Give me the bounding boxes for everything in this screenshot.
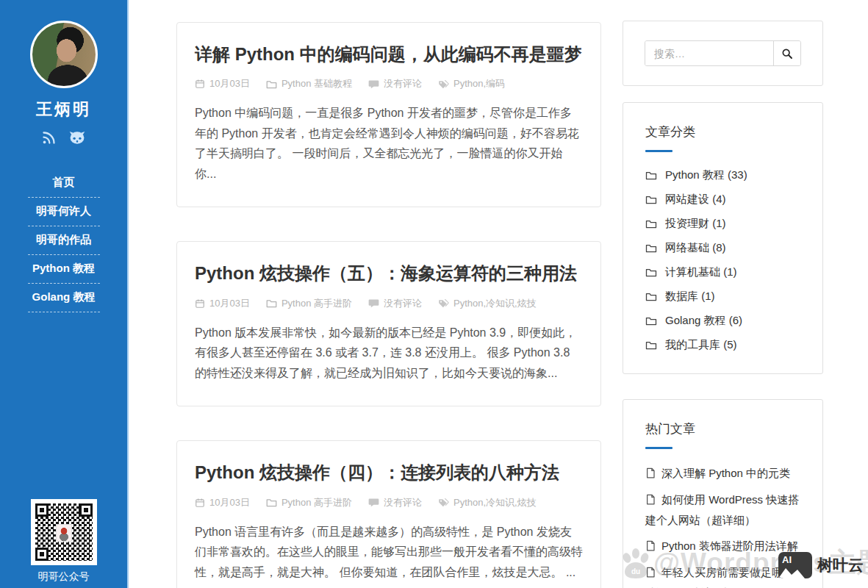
post-excerpt: Python 中编码问题，一直是很多 Python 开发者的噩梦，尽管你是工作多…: [195, 103, 583, 184]
folder-icon: [645, 316, 657, 326]
hot-posts-title: 热门文章: [645, 420, 800, 437]
post-meta: 10月03日 Python 高手进阶 没有评论 Python,冷知识,炫技: [195, 496, 583, 509]
categories-widget: 文章分类 Python 教程 (33) 网站建设 (4) 投资理财 (1) 网络…: [623, 102, 823, 374]
post-tags[interactable]: Python,编码: [438, 77, 505, 90]
document-icon: [645, 567, 656, 578]
post-excerpt: Python 版本发展非常快，如今最新的版本已经是 Pyhton 3.9，即便如…: [195, 323, 583, 384]
qr-caption: 明哥公众号: [0, 570, 127, 584]
post-category[interactable]: Python 高手进阶: [266, 496, 352, 509]
folder-icon: [645, 340, 657, 350]
folder-icon: [645, 243, 657, 253]
folder-icon: [266, 298, 277, 308]
right-sidebar: 文章分类 Python 教程 (33) 网站建设 (4) 投资理财 (1) 网络…: [623, 21, 823, 588]
author-name: 王炳明: [0, 98, 127, 121]
hot-post-link[interactable]: 年轻人买房前需要做足哪些功课？（持续更新）: [645, 559, 800, 588]
post-tags[interactable]: Python,冷知识,炫技: [438, 297, 537, 310]
github-icon[interactable]: [68, 130, 86, 146]
blog-page: 王炳明 首页 明哥何许人 明哥的作品 Python 教程 Golang 教程: [0, 0, 868, 588]
hot-post-link[interactable]: Python 装饰器进阶用法详解: [645, 533, 800, 559]
category-link[interactable]: 投资理财 (1): [645, 212, 800, 236]
folder-icon: [645, 292, 657, 301]
title-underline: [645, 150, 672, 152]
folder-icon: [645, 219, 657, 229]
post-date: 10月03日: [195, 297, 250, 310]
search-widget: [623, 21, 823, 86]
folder-icon: [266, 498, 277, 507]
post-title-link[interactable]: 详解 Python 中的编码问题，从此编码不再是噩梦: [195, 43, 583, 66]
folder-icon: [645, 195, 657, 204]
folder-icon: [266, 79, 277, 89]
post-comments[interactable]: 没有评论: [368, 77, 422, 90]
post-card: 详解 Python 中的编码问题，从此编码不再是噩梦 10月03日 Python…: [176, 22, 601, 207]
nav-item-python[interactable]: Python 教程: [28, 255, 100, 284]
sidebar-nav: 首页 明哥何许人 明哥的作品 Python 教程 Golang 教程: [0, 169, 127, 312]
document-icon: [645, 540, 656, 551]
calendar-icon: [195, 298, 205, 309]
post-category[interactable]: Python 基础教程: [266, 77, 352, 90]
category-link[interactable]: Python 教程 (33): [645, 163, 800, 187]
qr-center-logo: [56, 524, 72, 542]
tag-icon: [438, 298, 449, 308]
search-icon: [781, 48, 793, 60]
comment-icon: [368, 298, 379, 308]
calendar-icon: [195, 79, 205, 89]
post-comments[interactable]: 没有评论: [368, 297, 422, 310]
post-card: Python 炫技操作（五）：海象运算符的三种用法 10月03日 Python …: [176, 241, 601, 406]
comment-icon: [368, 498, 379, 507]
avatar[interactable]: [30, 21, 98, 88]
nav-item-works[interactable]: 明哥的作品: [28, 226, 100, 255]
post-comments[interactable]: 没有评论: [368, 496, 422, 509]
post-date: 10月03日: [195, 496, 250, 509]
category-link[interactable]: 我的工具库 (5): [645, 333, 800, 357]
search-input[interactable]: [645, 41, 773, 65]
rss-icon[interactable]: [41, 130, 57, 146]
tag-icon: [438, 79, 449, 89]
post-tags[interactable]: Python,冷知识,炫技: [438, 496, 537, 509]
search-button[interactable]: [773, 41, 800, 65]
left-sidebar: 王炳明 首页 明哥何许人 明哥的作品 Python 教程 Golang 教程: [0, 0, 129, 588]
qr-code-image: [31, 499, 97, 565]
title-underline: [645, 447, 672, 449]
categories-title: 文章分类: [645, 123, 800, 140]
calendar-icon: [195, 498, 205, 508]
post-title-link[interactable]: Python 炫技操作（四）：连接列表的八种方法: [195, 461, 583, 484]
post-list: 详解 Python 中的编码问题，从此编码不再是噩梦 10月03日 Python…: [176, 22, 601, 588]
document-icon: [645, 467, 656, 478]
post-meta: 10月03日 Python 基础教程 没有评论 Python,编码: [195, 77, 583, 90]
post-excerpt: Python 语言里有许多（而且是越来越多）的高级特性，是 Python 发烧友…: [195, 522, 583, 583]
category-link[interactable]: 网络基础 (8): [645, 236, 800, 260]
category-link[interactable]: 计算机基础 (1): [645, 260, 800, 284]
post-title-link[interactable]: Python 炫技操作（五）：海象运算符的三种用法: [195, 262, 583, 285]
nav-item-golang[interactable]: Golang 教程: [28, 284, 100, 312]
document-icon: [645, 494, 656, 505]
hot-post-link[interactable]: 如何使用 WordPress 快速搭建个人网站（超详细）: [645, 487, 800, 534]
post-meta: 10月03日 Python 高手进阶 没有评论 Python,冷知识,炫技: [195, 297, 583, 310]
post-category[interactable]: Python 高手进阶: [266, 297, 352, 310]
category-link[interactable]: 网站建设 (4): [645, 187, 800, 212]
ai-image-logo-icon: AI: [778, 552, 812, 578]
brand-badge: AI 树叶云: [778, 552, 864, 578]
nav-item-home[interactable]: 首页: [28, 169, 100, 198]
qr-block: 明哥公众号: [0, 499, 127, 584]
post-card: Python 炫技操作（四）：连接列表的八种方法 10月03日 Python 高…: [176, 440, 601, 588]
nav-item-about[interactable]: 明哥何许人: [28, 198, 100, 226]
comment-icon: [368, 79, 379, 89]
post-date: 10月03日: [195, 77, 250, 90]
category-link[interactable]: Golang 教程 (6): [645, 309, 800, 333]
folder-icon: [645, 268, 657, 277]
social-links: [0, 130, 127, 146]
hot-post-link[interactable]: 深入理解 Python 中的元类: [645, 460, 800, 487]
folder-icon: [645, 171, 657, 180]
brand-name: 树叶云: [817, 555, 864, 576]
category-link[interactable]: 数据库 (1): [645, 284, 800, 309]
tag-icon: [438, 498, 449, 507]
